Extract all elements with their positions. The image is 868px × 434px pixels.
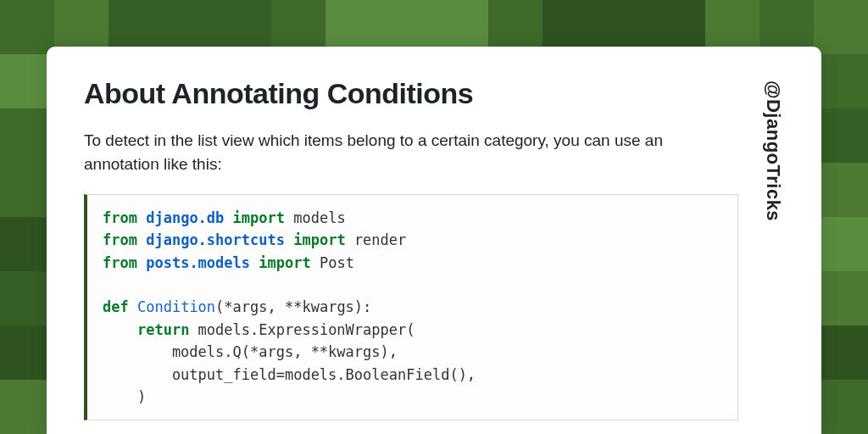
code-line: output_field=models.BooleanField(), xyxy=(103,366,476,383)
code-text: models.ExpressionWrapper( xyxy=(189,321,415,338)
code-line: models.Q(*args, **kwargs), xyxy=(103,343,398,360)
namespace: posts.models xyxy=(146,254,250,271)
namespace: django.shortcuts xyxy=(146,231,285,248)
intro-text: To detect in the list view which items b… xyxy=(84,129,738,175)
code-text: (*args, **kwargs): xyxy=(215,298,371,315)
keyword-import: import xyxy=(259,254,310,271)
keyword-from: from xyxy=(103,209,137,226)
page-title: About Annotating Conditions xyxy=(84,77,738,110)
handle-sidebar: @DjangoTricks xyxy=(762,77,784,434)
keyword-from: from xyxy=(103,254,137,271)
code-text: Post xyxy=(311,254,354,271)
code-text: render xyxy=(346,231,407,248)
content-card: About Annotating Conditions To detect in… xyxy=(47,47,821,434)
namespace: django.db xyxy=(146,209,224,226)
keyword-import: import xyxy=(293,231,345,248)
main-column: About Annotating Conditions To detect in… xyxy=(84,77,738,434)
keyword-from: from xyxy=(103,231,137,248)
code-text: models xyxy=(285,209,346,226)
code-block: from django.db import models from django… xyxy=(84,194,738,420)
keyword-def: def xyxy=(103,298,129,315)
keyword-return: return xyxy=(137,321,189,338)
function-name: Condition xyxy=(137,298,215,315)
code-line: ) xyxy=(103,388,146,405)
keyword-import: import xyxy=(233,209,285,226)
